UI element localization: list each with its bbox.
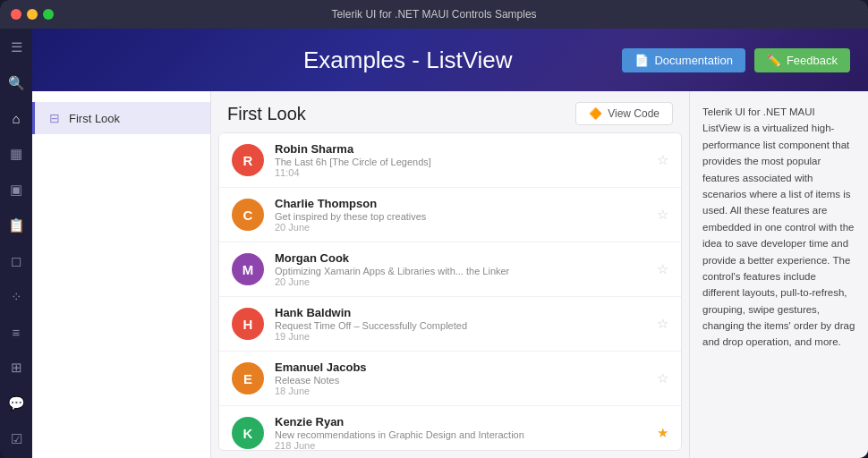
menu-icon[interactable]: ☰ bbox=[5, 38, 27, 57]
nav-item-icon: ⊟ bbox=[49, 111, 60, 125]
section-title: First Look bbox=[227, 104, 306, 124]
star-icon[interactable]: ☆ bbox=[657, 370, 668, 386]
item-subtitle: Release Notes bbox=[275, 375, 646, 386]
content-area: Examples - ListView 📄 Documentation ✏️ F… bbox=[32, 29, 868, 458]
item-subtitle: The Last 6h [The Circle of Legends] bbox=[275, 157, 646, 167]
item-subtitle: Get inspired by these top creatives bbox=[275, 211, 646, 222]
window-title: Telerik UI for .NET MAUI Controls Sample… bbox=[331, 8, 536, 21]
home-icon[interactable]: ⌂ bbox=[5, 109, 27, 129]
list-item[interactable]: R Robin Sharma The Last 6h [The Circle o… bbox=[219, 133, 681, 188]
nav-item-firstlook[interactable]: ⊟ First Look bbox=[32, 102, 210, 134]
window-controls bbox=[11, 9, 54, 20]
list-item[interactable]: K Kenzie Ryan New recommendations in Gra… bbox=[219, 406, 681, 451]
avatar: C bbox=[232, 199, 264, 231]
search-icon[interactable]: 🔍 bbox=[5, 73, 27, 93]
avatar: E bbox=[232, 362, 264, 394]
list-item[interactable]: C Charlie Thompson Get inspired by these… bbox=[219, 188, 681, 242]
star-icon[interactable]: ☆ bbox=[657, 152, 668, 168]
view-code-label: View Code bbox=[608, 107, 660, 120]
documentation-button[interactable]: 📄 Documentation bbox=[622, 48, 745, 72]
item-info: Robin Sharma The Last 6h [The Circle of … bbox=[275, 142, 646, 178]
avatar: K bbox=[232, 417, 264, 449]
item-subtitle: New recommendations in Graphic Design an… bbox=[275, 429, 646, 440]
feedback-icon: ✏️ bbox=[767, 54, 781, 67]
list-item[interactable]: H Hank Baldwin Request Time Off – Succes… bbox=[219, 297, 681, 352]
avatar: H bbox=[232, 308, 264, 340]
item-date: 20 June bbox=[275, 222, 646, 233]
main-header: First Look 🔶 View Code bbox=[211, 91, 689, 132]
maximize-button[interactable] bbox=[43, 9, 54, 20]
star-icon[interactable]: ☆ bbox=[657, 316, 668, 332]
item-info: Hank Baldwin Request Time Off – Successf… bbox=[275, 306, 646, 342]
sidebar: ☰ 🔍 ⌂ ▦ ▣ 📋 ◻ ⁘ ≡ ⊞ 💬 ☑ bbox=[0, 29, 32, 458]
code-icon: 🔶 bbox=[589, 107, 602, 120]
docs-icon: 📄 bbox=[634, 54, 649, 67]
star-icon[interactable]: ☆ bbox=[657, 261, 668, 277]
item-date: 20 June bbox=[275, 276, 646, 287]
item-info: Morgan Cook Optimizing Xamarin Apps & Li… bbox=[275, 251, 646, 287]
chat-icon[interactable]: 💬 bbox=[5, 394, 27, 413]
item-subtitle: Request Time Off – Successfully Complete… bbox=[275, 320, 646, 331]
item-name: Morgan Cook bbox=[275, 251, 646, 265]
view-code-button[interactable]: 🔶 View Code bbox=[575, 102, 673, 125]
info-panel: Telerik UI for .NET MAUI ListView is a v… bbox=[689, 91, 868, 458]
list-item[interactable]: M Morgan Cook Optimizing Xamarin Apps & … bbox=[219, 242, 681, 297]
item-name: Hank Baldwin bbox=[275, 306, 646, 319]
check-icon[interactable]: ☑ bbox=[5, 429, 27, 449]
item-info: Emanuel Jacobs Release Notes 18 June bbox=[275, 360, 646, 396]
app-container: ☰ 🔍 ⌂ ▦ ▣ 📋 ◻ ⁘ ≡ ⊞ 💬 ☑ Examples - ListV… bbox=[0, 29, 868, 458]
close-button[interactable] bbox=[11, 9, 21, 20]
header-actions: 📄 Documentation ✏️ Feedback bbox=[622, 48, 850, 72]
chart-icon[interactable]: ▣ bbox=[5, 180, 27, 199]
docs-label: Documentation bbox=[654, 54, 732, 67]
main-panel: First Look 🔶 View Code R Robin Sharma Th… bbox=[211, 91, 689, 458]
item-info: Charlie Thompson Get inspired by these t… bbox=[275, 197, 646, 233]
item-name: Robin Sharma bbox=[275, 142, 646, 156]
item-date: 18 June bbox=[275, 386, 646, 396]
star-icon[interactable]: ☆ bbox=[657, 207, 668, 223]
header: Examples - ListView 📄 Documentation ✏️ F… bbox=[32, 29, 868, 91]
table-icon[interactable]: ⊞ bbox=[5, 358, 27, 377]
body-panels: ⊟ First Look First Look 🔶 View Code R bbox=[32, 91, 868, 458]
dot-icon[interactable]: ⁘ bbox=[5, 287, 27, 307]
feedback-button[interactable]: ✏️ Feedback bbox=[754, 48, 850, 72]
list-item[interactable]: E Emanuel Jacobs Release Notes 18 June ☆ bbox=[219, 352, 681, 406]
calendar-icon[interactable]: 📋 bbox=[5, 216, 27, 235]
shape-icon[interactable]: ◻ bbox=[5, 251, 27, 271]
item-date: 11:04 bbox=[275, 167, 646, 178]
minimize-button[interactable] bbox=[27, 9, 38, 20]
page-title: Examples - ListView bbox=[193, 47, 622, 74]
star-icon[interactable]: ★ bbox=[657, 425, 668, 441]
item-info: Kenzie Ryan New recommendations in Graph… bbox=[275, 415, 646, 451]
title-bar: Telerik UI for .NET MAUI Controls Sample… bbox=[0, 0, 868, 29]
item-subtitle: Optimizing Xamarin Apps & Libraries with… bbox=[275, 266, 646, 276]
nav-item-label: First Look bbox=[69, 112, 120, 125]
grid-icon[interactable]: ▦ bbox=[5, 144, 27, 164]
item-name: Kenzie Ryan bbox=[275, 415, 646, 428]
item-name: Charlie Thompson bbox=[275, 197, 646, 210]
list-view: R Robin Sharma The Last 6h [The Circle o… bbox=[218, 132, 682, 451]
nav-panel: ⊟ First Look bbox=[32, 91, 211, 458]
info-text: Telerik UI for .NET MAUI ListView is a v… bbox=[702, 106, 855, 347]
list-icon[interactable]: ≡ bbox=[5, 323, 27, 343]
item-name: Emanuel Jacobs bbox=[275, 360, 646, 374]
avatar: M bbox=[232, 253, 264, 285]
item-date: 218 June bbox=[275, 440, 646, 451]
feedback-label: Feedback bbox=[787, 54, 838, 67]
item-date: 19 June bbox=[275, 331, 646, 342]
avatar: R bbox=[232, 144, 264, 176]
